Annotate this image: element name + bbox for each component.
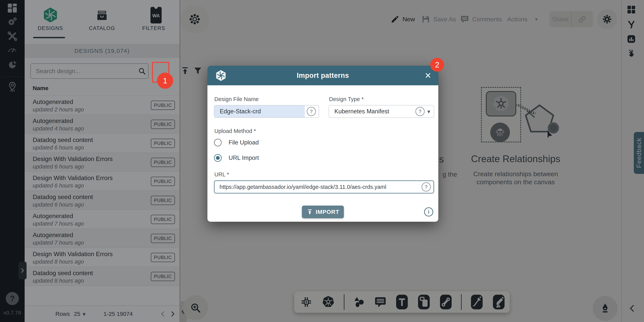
meshery-app: ? v0.7.76 DESIGNS [0,0,644,322]
import-label: IMPORT [316,209,340,215]
upload-icon [306,209,313,215]
radio-selected-icon[interactable] [214,154,222,162]
help-icon[interactable]: ? [307,107,316,116]
radio-unselected-icon[interactable] [214,139,222,147]
design-file-name-field: ? [214,105,319,118]
url-label: URL * [214,171,229,178]
file-upload-option[interactable]: File Upload [214,138,259,147]
upload-method-label: Upload Method * [214,128,256,134]
url-import-label: URL Import [228,155,259,161]
url-input[interactable] [214,184,422,190]
design-file-name-label: Design File Name [214,96,258,102]
url-field: ? [214,180,434,193]
help-icon[interactable]: ? [416,107,425,116]
close-icon: ✕ [425,71,432,80]
url-import-option[interactable]: URL Import [214,153,259,162]
import-patterns-modal: Import patterns ✕ Design File Name ? Des… [208,66,438,222]
info-icon: i [428,209,430,215]
help-icon[interactable]: ? [422,182,431,191]
modal-title: Import patterns [208,66,438,85]
import-button[interactable]: IMPORT [302,206,344,218]
design-file-name-input[interactable] [214,108,307,115]
file-upload-label: File Upload [228,139,259,146]
design-type-label: Design Type * [329,96,364,102]
tutorial-step-1-badge: 1 [157,73,173,89]
tutorial-step-2-badge: 2 [430,58,444,72]
caret-down-icon: ▾ [427,108,430,115]
modal-header: Import patterns ✕ [208,66,438,85]
close-modal-button[interactable]: ✕ [425,66,432,85]
design-type-select[interactable]: Kubernetes Manifest ? ▾ [329,105,434,118]
design-type-value: Kubernetes Manifest [329,108,416,115]
info-button[interactable]: i [424,207,433,216]
